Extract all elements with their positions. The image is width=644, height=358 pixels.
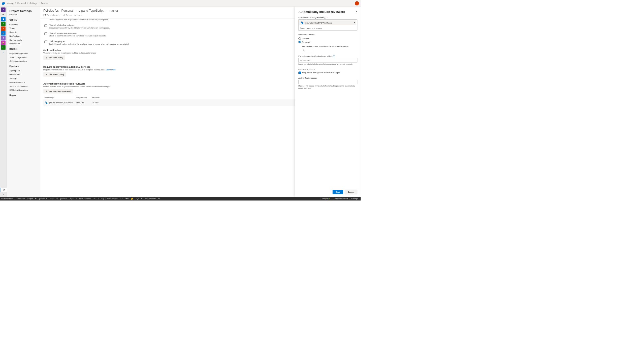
main-content: Policies for: Personal › v-panu-TypeScri… <box>40 7 360 197</box>
learn-more-link[interactable]: Learn more <box>106 69 116 71</box>
activity-input[interactable] <box>298 80 357 84</box>
sb-css-n: 37 <box>56 198 58 200</box>
policy-title: Limit merge types <box>49 40 129 43</box>
breadcrumb-page[interactable]: Policies <box>41 2 48 4</box>
sidebar-item-security[interactable]: Security <box>10 30 40 34</box>
plus-icon: ＋ <box>46 90 48 92</box>
remove-chip-icon[interactable]: ✕ <box>354 21 356 24</box>
col-reviewers: Reviewer(s) <box>44 96 76 98</box>
rail-expand-icon[interactable]: » <box>1 192 6 197</box>
sb-resources[interactable]: Resources <box>16 198 25 200</box>
policy-requirement-label: Policy requirement <box>298 33 357 35</box>
reviewer-name: [AzureDevOps]\VC Workflo <box>49 101 73 104</box>
sidebar-item-team-config[interactable]: Team configuration <box>10 55 40 59</box>
sidebar-item-teams[interactable]: Teams <box>10 26 40 30</box>
approvals-label: Approvals required from [AzureDevOps]\VC… <box>302 45 357 47</box>
sidebar-item-agent-pools[interactable]: Agent pools <box>10 69 40 73</box>
save-changes-button[interactable]: 💾Save changes <box>44 14 60 16</box>
rail-repos-icon[interactable]: ⎇ <box>1 26 6 31</box>
col-requirement: Requirement <box>76 96 92 98</box>
repo-crumb-project[interactable]: Personal <box>61 9 74 13</box>
repo-crumb-repo[interactable]: v-panu-TypeScript <box>79 9 104 13</box>
nav-rail: P ＋ ▇ ✔ ⎇ 🚀 ⚗ 📦 🛡 ⎍ ⚙ » <box>0 7 7 197</box>
policy-title: Check for linked work items <box>49 24 110 26</box>
sb-performance[interactable]: Performance <box>107 198 118 200</box>
add-auto-reviewers-button[interactable]: ＋Add automatic reviewers <box>44 89 73 93</box>
sb-perf[interactable]: Perf Feedback <box>2 198 13 200</box>
search-input[interactable]: Search users and groups <box>298 26 357 30</box>
requestors-checkbox[interactable]: ✓ Requestors can approve their own chang… <box>298 71 357 74</box>
policy-desc: Encourage traceability by checking for l… <box>49 27 110 29</box>
sidebar-title: Project Settings <box>10 9 40 12</box>
sb-scripts-sz: (2865 KB) <box>39 198 48 200</box>
breadcrumb-section[interactable]: Settings <box>30 2 37 4</box>
sidebar-item-overview[interactable]: Overview <box>10 22 40 26</box>
sb-tti-val: 0ms <box>125 198 128 200</box>
rail-artifacts-icon[interactable]: 📦 <box>1 41 6 45</box>
discard-changes-button[interactable]: ↺Discard changes <box>63 14 81 16</box>
sidebar-item-service-connections[interactable]: Service connections* <box>10 84 40 88</box>
breadcrumb-project[interactable]: Personal <box>17 2 26 4</box>
policy-desc: Control branch history by limiting the a… <box>49 43 129 45</box>
team-icon <box>300 21 304 25</box>
add-status-policy-button[interactable]: ＋Add status policy <box>44 72 66 77</box>
save-icon: 💾 <box>44 14 46 16</box>
azure-devops-logo[interactable] <box>2 1 5 5</box>
sb-dp-label: Data Providers <box>80 198 91 200</box>
sb-remote-n: 13 <box>158 198 160 200</box>
chevron-icon: › <box>76 9 76 12</box>
sidebar-subtitle: Personal <box>10 13 40 16</box>
activity-label: Activity feed message <box>298 77 357 79</box>
sb-settings[interactable]: Settings... <box>351 198 359 200</box>
rail-project-icon[interactable]: P <box>1 7 6 12</box>
add-build-policy-button[interactable]: ＋Add build policy <box>44 55 65 60</box>
sb-ajax-label: Ajax <box>70 198 74 200</box>
checkbox-linked-work-items[interactable] <box>44 24 47 27</box>
sb-scripts-label: Scripts <box>27 198 33 200</box>
panel-title: Automatically include reviewers <box>298 10 357 14</box>
sidebar-item-settings[interactable]: Settings <box>10 77 40 81</box>
info-icon[interactable]: i <box>333 55 335 57</box>
smiley-icon: 😐 <box>131 198 133 200</box>
chevron-icon: › <box>106 9 106 12</box>
plus-icon: ＋ <box>46 56 48 58</box>
rail-overview-icon[interactable]: ▇ <box>1 17 6 21</box>
team-icon <box>44 101 48 105</box>
close-icon[interactable]: ✕ <box>355 10 358 13</box>
group-repos: Repos <box>10 94 40 96</box>
approvals-input[interactable] <box>302 48 313 52</box>
sidebar-item-parallel-jobs[interactable]: Parallel jobs <box>10 73 40 77</box>
sidebar-item-release-retention[interactable]: Release retention <box>10 80 40 84</box>
sidebar-item-service-hooks[interactable]: Service hooks <box>10 38 40 42</box>
rail-add-icon[interactable]: ＋ <box>1 12 6 16</box>
reviewer-chip: [AzureDevOps]\VC Workflows ✕ <box>300 20 356 25</box>
radio-optional[interactable]: Optional <box>298 37 357 40</box>
cancel-button[interactable]: Cancel <box>344 190 357 194</box>
rail-boards-icon[interactable]: ✔ <box>1 21 6 26</box>
activity-hint: Message will appear in the activity feed… <box>298 85 357 89</box>
sidebar-item-project-config[interactable]: Project configuration <box>10 51 40 55</box>
repo-crumb-branch[interactable]: master <box>109 9 118 13</box>
sb-ajax-n: 6 <box>76 198 77 200</box>
sidebar-item-dashboards[interactable]: Dashboards <box>10 42 40 46</box>
undo-icon: ↺ <box>63 14 65 16</box>
checkbox-limit-merge[interactable] <box>44 41 47 43</box>
rail-testplans-icon[interactable]: ⚗ <box>1 36 6 40</box>
rail-security-icon[interactable]: 🛡 <box>1 45 6 50</box>
sb-fault[interactable]: Fault Injection Off <box>334 198 348 200</box>
rail-settings-icon[interactable]: ⚙ <box>0 188 7 192</box>
radio-required[interactable]: Required <box>298 40 357 43</box>
group-pipelines: Pipelines <box>10 65 40 67</box>
sb-insights[interactable]: Insights✔ <box>322 198 330 200</box>
avatar[interactable] <box>355 1 359 5</box>
sidebar-item-github[interactable]: GitHub connections <box>10 59 40 63</box>
sb-sql-label: SQL <box>136 198 140 200</box>
rail-pipelines-icon[interactable]: 🚀 <box>1 31 6 35</box>
folders-input[interactable] <box>298 58 357 62</box>
save-button[interactable]: Save <box>333 190 343 194</box>
checkbox-comment-resolution[interactable] <box>44 32 47 35</box>
sidebar-item-xaml[interactable]: XAML build services <box>10 88 40 92</box>
sidebar-item-notifications[interactable]: Notifications <box>10 34 40 38</box>
rail-extension-icon[interactable]: ⎍ <box>1 50 6 54</box>
breadcrumb-org[interactable]: mseng <box>7 2 14 4</box>
